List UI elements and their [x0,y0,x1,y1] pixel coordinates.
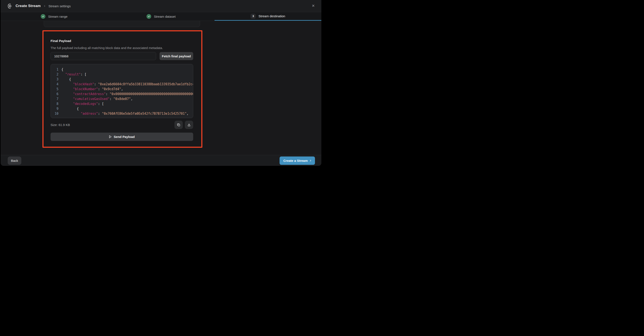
modal-header: Create Stream › Stream settings ✕ [1,0,321,12]
play-icon [109,135,112,138]
close-icon[interactable]: ✕ [310,3,316,9]
code-line: 8 "decodedLogs": [ [53,102,193,106]
code-line: 7 "cumulativeGasUsed": "0x8de07", [53,96,193,102]
fetch-final-payload-button[interactable]: Fetch final payload [160,52,193,60]
step-stream-dataset[interactable]: Stream dataset [108,12,214,21]
check-icon [146,14,151,19]
check-icon [41,14,46,19]
back-button[interactable]: Back [8,156,21,165]
block-number-input[interactable] [50,52,156,60]
step-number-badge: 3 [250,14,256,19]
step-label: Stream destination [258,14,285,18]
step-stream-destination[interactable]: 3 Stream destination [214,12,321,21]
footer-bar: Back Create a Stream › [1,155,321,166]
breadcrumb: Stream settings [48,4,70,8]
code-line: 10 "address": "0x760AfE86e5de5fa0Ee542fc… [53,111,193,116]
code-line: 5 "blockNumber": "0x9cd7d4", [53,87,193,92]
screen: Create Stream › Stream settings ✕ Stream… [0,0,322,168]
chevron-right-icon: › [310,158,311,163]
breadcrumb-chevron-icon: › [44,4,45,8]
code-line: 2 "result": [ [53,72,193,77]
download-icon [187,123,191,127]
step-stream-range[interactable]: Stream range [1,12,108,21]
stepper: Stream range Stream dataset 3 Stream des… [1,12,321,21]
stream-logo-icon [7,3,13,9]
send-payload-button[interactable]: Send Payload [50,132,193,141]
step-label: Stream range [48,15,68,18]
copy-button[interactable] [174,121,183,129]
code-line: 4 "blockHash": "0xe2a6d6604c8ffa5b338110… [53,82,193,87]
step-label: Stream dataset [154,15,176,18]
final-payload-section: Final Payload The full payload including… [42,30,202,148]
section-title: Final Payload [50,39,193,43]
code-line: 9 { [53,106,193,111]
size-row: Size: 61.9 KB [50,121,193,129]
code-line: 6 "contractAddress": "0x0000000000000000… [53,92,193,96]
fetch-row: Fetch final payload [50,52,193,60]
create-stream-modal: Create Stream › Stream settings ✕ Stream… [1,0,321,166]
payload-size-label: Size: 61.9 KB [50,123,174,127]
create-stream-button[interactable]: Create a Stream › [280,156,315,165]
code-lines: 1{2 "result": [3 {4 "blockHash": "0xe2a6… [53,67,193,116]
code-line: 3 { [53,77,193,82]
create-stream-label: Create a Stream [284,159,308,162]
previous-section-card-bottom [44,21,200,27]
section-description: The full payload including all matching … [50,46,193,50]
page-title: Create Stream [16,4,41,8]
download-button[interactable] [185,121,193,129]
main-content: Final Payload The full payload including… [1,21,321,155]
payload-code-viewer: 1{2 "result": [3 {4 "blockHash": "0xe2a6… [50,64,193,118]
code-line: 1{ [53,67,193,72]
send-payload-label: Send Payload [114,135,134,138]
copy-icon [177,123,180,127]
